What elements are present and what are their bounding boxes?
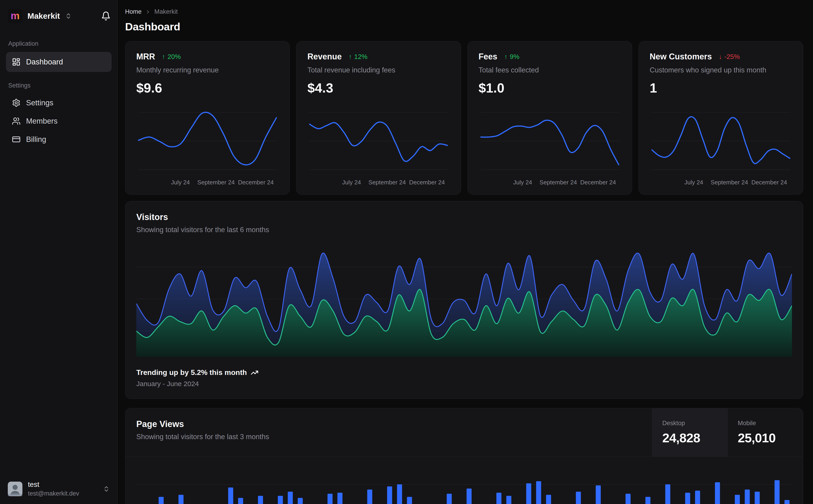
tab-value: 24,828 — [662, 430, 717, 445]
tab-value: 25,010 — [738, 430, 793, 445]
stat-title: MRR — [136, 52, 155, 61]
arrow-up-icon: ↑ — [162, 53, 165, 61]
page-views-header: Page Views Showing total visitors for th… — [125, 408, 803, 457]
bell-icon — [101, 11, 111, 21]
stat-title: New Customers — [650, 52, 712, 61]
breadcrumb: Home Makerkit — [125, 8, 803, 15]
sidebar-item-label: Billing — [26, 135, 46, 144]
x-tick: July 24 — [342, 179, 361, 186]
visitors-footer: Trending up by 5.2% this month January -… — [136, 368, 792, 388]
notifications-button[interactable] — [101, 11, 111, 21]
chevron-up-down-icon — [65, 13, 72, 19]
visitors-card: Visitors Showing total visitors for the … — [125, 201, 803, 399]
arrow-down-icon: ↓ — [719, 53, 722, 61]
stat-value: $1.0 — [479, 80, 621, 95]
visitors-date-range: January - June 2024 — [136, 380, 792, 388]
stat-subtitle: Total fees collected — [479, 66, 621, 74]
trend-badge: ↓-25% — [719, 53, 740, 61]
sidebar-item-label: Settings — [26, 98, 53, 107]
trend-badge: ↑12% — [349, 53, 368, 61]
stat-subtitle: Total revenue including fees — [307, 66, 450, 74]
breadcrumb-current: Makerkit — [154, 8, 178, 15]
trend-badge: ↑9% — [504, 53, 519, 61]
trending-up-icon — [251, 369, 259, 377]
tab-label: Mobile — [738, 420, 793, 427]
stat-value: $9.6 — [136, 80, 279, 95]
sidebar-item-billing[interactable]: Billing — [6, 130, 112, 149]
page-views-card: Page Views Showing total visitors for th… — [125, 408, 803, 504]
tab-desktop[interactable]: Desktop 24,828 — [652, 408, 728, 456]
x-tick: September 24 — [539, 179, 577, 186]
sidebar-item-label: Dashboard — [26, 58, 63, 66]
stat-value: $4.3 — [307, 80, 450, 95]
arrow-up-icon: ↑ — [504, 53, 508, 61]
sidebar-item-label: Members — [26, 117, 58, 125]
x-tick: December 24 — [580, 179, 616, 186]
chevron-right-icon — [145, 9, 151, 15]
stat-card-new-customers: New Customers ↓-25% Customers who signed… — [639, 41, 803, 195]
breadcrumb-home-link[interactable]: Home — [125, 8, 141, 15]
stat-card-fees: Fees ↑9% Total fees collected $1.0 July … — [467, 41, 632, 195]
trend-badge: ↑20% — [162, 53, 181, 61]
gear-icon — [12, 98, 21, 107]
stat-value: 1 — [650, 80, 792, 95]
stat-subtitle: Customers who signed up this month — [650, 66, 792, 74]
x-tick: December 24 — [238, 179, 274, 186]
credit-card-icon — [12, 135, 21, 144]
nav-section-settings: Settings — [8, 82, 109, 89]
x-tick: July 24 — [171, 179, 190, 186]
mrr-sparkline-chart — [136, 102, 279, 176]
x-tick: December 24 — [751, 179, 787, 186]
makerkit-logo-icon: m — [8, 9, 22, 23]
page-views-bar-chart — [136, 466, 792, 504]
sidebar-item-members[interactable]: Members — [6, 112, 112, 130]
users-icon — [12, 117, 21, 125]
tab-label: Desktop — [662, 420, 717, 427]
stat-cards-row: MRR ↑20% Monthly recurring revenue $9.6 … — [125, 41, 803, 195]
workspace-name: Makerkit — [27, 11, 60, 21]
user-name: test — [28, 480, 79, 489]
nav-section-application: Application — [8, 40, 109, 47]
user-avatar — [8, 482, 22, 496]
sidebar: m Makerkit Application Dashboard Setting… — [0, 0, 118, 504]
page-views-title: Page Views — [136, 419, 641, 429]
x-tick: December 24 — [409, 179, 445, 186]
x-tick: July 24 — [684, 179, 703, 186]
spark-x-axis: July 24 September 24 December 24 — [650, 176, 792, 187]
visitors-title: Visitors — [136, 212, 792, 222]
x-tick: September 24 — [368, 179, 406, 186]
stat-card-revenue: Revenue ↑12% Total revenue including fee… — [296, 41, 461, 195]
user-email: test@makerkit.dev — [28, 490, 79, 497]
stat-card-mrr: MRR ↑20% Monthly recurring revenue $9.6 … — [125, 41, 290, 195]
x-tick: July 24 — [513, 179, 532, 186]
revenue-sparkline-chart — [307, 102, 450, 176]
stat-title: Fees — [479, 52, 497, 61]
dashboard-grid-icon — [12, 58, 21, 66]
visitors-area-chart — [136, 244, 792, 357]
page-views-subtitle: Showing total visitors for the last 3 mo… — [136, 433, 641, 441]
x-tick: September 24 — [711, 179, 748, 186]
visitors-trend-text: Trending up by 5.2% this month — [136, 368, 247, 377]
visitors-subtitle: Showing total visitors for the last 6 mo… — [136, 226, 792, 234]
x-tick: September 24 — [197, 179, 235, 186]
sidebar-item-settings[interactable]: Settings — [6, 94, 112, 112]
spark-x-axis: July 24 September 24 December 24 — [307, 176, 450, 187]
chevron-up-down-icon — [103, 485, 110, 492]
new-customers-sparkline-chart — [650, 102, 792, 176]
stat-subtitle: Monthly recurring revenue — [136, 66, 279, 74]
spark-x-axis: July 24 September 24 December 24 — [479, 176, 621, 187]
sidebar-item-dashboard[interactable]: Dashboard — [6, 52, 112, 72]
arrow-up-icon: ↑ — [349, 53, 352, 61]
user-menu[interactable]: test test@makerkit.dev — [0, 474, 117, 504]
fees-sparkline-chart — [479, 102, 621, 176]
stat-title: Revenue — [307, 52, 342, 61]
workspace-selector[interactable]: m Makerkit — [0, 0, 117, 30]
main-content: Home Makerkit Dashboard MRR ↑20% Monthly… — [118, 0, 813, 504]
tab-mobile[interactable]: Mobile 25,010 — [728, 408, 803, 456]
page-title: Dashboard — [125, 20, 803, 33]
svg-text:m: m — [11, 10, 19, 21]
sidebar-nav: Application Dashboard Settings Settings … — [0, 30, 117, 149]
spark-x-axis: July 24 September 24 December 24 — [136, 176, 279, 187]
